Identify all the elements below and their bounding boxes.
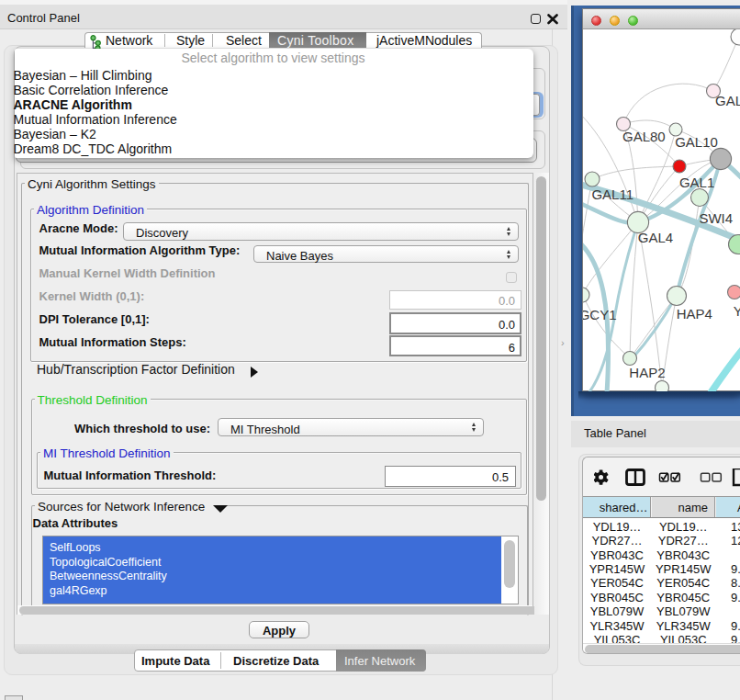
svg-text:HAP4: HAP4 [677,306,712,322]
svg-text:GAL10: GAL10 [675,134,718,150]
svg-text:HAP2: HAP2 [629,365,665,380]
svg-text:SWI4: SWI4 [699,210,733,226]
svg-text:GAL4: GAL4 [638,230,673,245]
svg-text:GAL80: GAL80 [622,129,666,144]
svg-text:GAL: GAL [715,93,740,108]
svg-text:GAL11: GAL11 [591,186,633,202]
svg-text:GCY1: GCY1 [583,307,617,322]
svg-text:Y: Y [734,303,740,319]
svg-text:GAL1: GAL1 [679,175,714,190]
